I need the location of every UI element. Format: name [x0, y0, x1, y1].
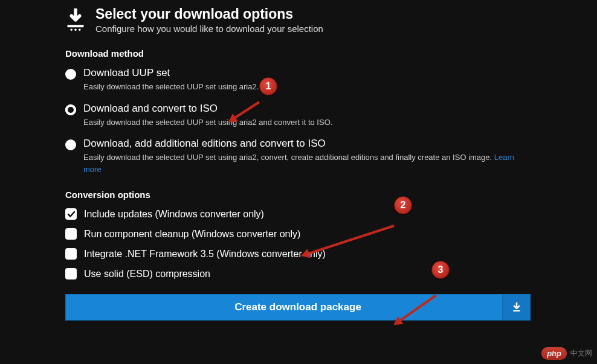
watermark: php 中文网: [541, 347, 592, 360]
create-button-label: Create download package: [234, 301, 361, 313]
create-download-package-button[interactable]: Create download package: [65, 294, 531, 321]
checkbox-icon: [65, 208, 77, 220]
annotation-badge-1: 1: [259, 77, 277, 95]
watermark-text: 中文网: [570, 348, 592, 359]
download-method-group: Download UUP set Easily download the sel…: [65, 67, 531, 175]
svg-point-3: [79, 29, 81, 31]
radio-description: Easily download the selected UUP set usi…: [83, 82, 259, 91]
page-header: Select your download options Configure h…: [65, 6, 531, 34]
svg-point-2: [74, 29, 77, 31]
checkbox-label: Use solid (ESD) compression: [84, 269, 210, 279]
watermark-logo: php: [541, 347, 567, 360]
radio-icon: [65, 69, 76, 80]
radio-label: Download, add additional editions and co…: [83, 138, 531, 150]
page-title: Select your download options: [95, 6, 323, 22]
radio-icon: [65, 104, 76, 115]
radio-download-additional-iso[interactable]: Download, add additional editions and co…: [65, 138, 531, 175]
download-icon: [502, 295, 530, 320]
conversion-options-title: Conversion options: [65, 190, 531, 200]
checkbox-label: Integrate .NET Framework 3.5 (Windows co…: [84, 249, 326, 260]
radio-icon: [65, 139, 76, 150]
radio-label: Download UUP set: [83, 67, 259, 79]
radio-label: Download and convert to ISO: [83, 103, 332, 115]
checkbox-label: Run component cleanup (Windows converter…: [84, 229, 300, 240]
checkbox-include-updates[interactable]: Include updates (Windows converter only): [65, 208, 531, 220]
download-method-title: Download method: [65, 48, 531, 59]
radio-description: Easily download the selected UUP set usi…: [83, 118, 332, 127]
svg-rect-4: [513, 310, 520, 311]
conversion-options-group: Include updates (Windows converter only)…: [65, 208, 531, 279]
checkbox-icon: [65, 248, 77, 260]
checkbox-esd-compression[interactable]: Use solid (ESD) compression: [65, 268, 531, 279]
download-icon: [65, 8, 86, 31]
svg-point-1: [70, 29, 73, 31]
annotation-badge-2: 2: [394, 196, 412, 214]
checkbox-label: Include updates (Windows converter only): [84, 209, 264, 220]
annotation-badge-3: 3: [431, 261, 450, 279]
radio-download-convert-iso[interactable]: Download and convert to ISO Easily downl…: [65, 103, 531, 129]
page-subtitle: Configure how you would like to download…: [95, 24, 323, 34]
checkbox-component-cleanup[interactable]: Run component cleanup (Windows converter…: [65, 228, 531, 240]
radio-download-uup-set[interactable]: Download UUP set Easily download the sel…: [65, 67, 531, 93]
svg-rect-0: [67, 25, 83, 27]
checkbox-icon: [65, 268, 77, 279]
radio-description: Easily download the selected UUP set usi…: [83, 153, 514, 174]
checkbox-icon: [65, 228, 77, 240]
